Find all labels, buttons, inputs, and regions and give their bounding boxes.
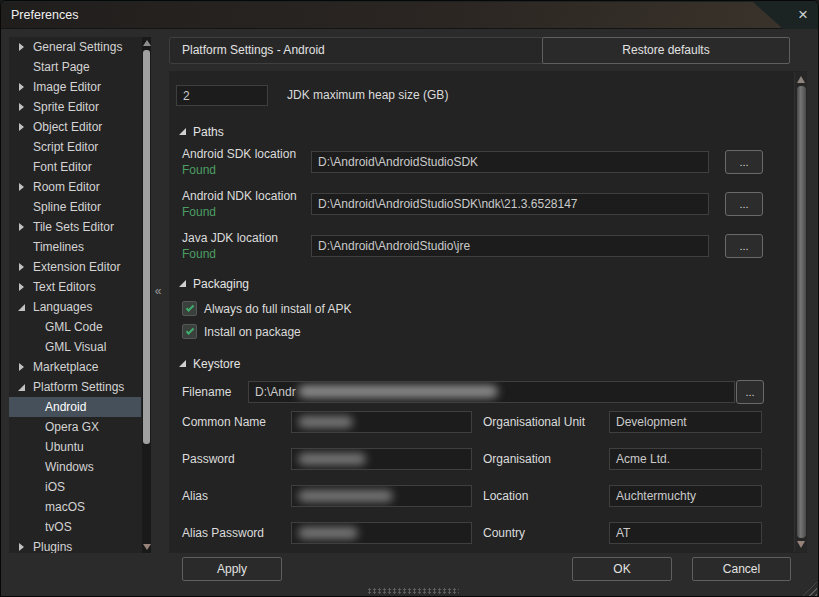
sidebar-item-label: macOS <box>45 500 85 514</box>
tree-arrow-icon <box>17 362 27 372</box>
sidebar-item[interactable]: macOS <box>9 497 141 517</box>
sidebar-item-label: Start Page <box>33 60 90 74</box>
password-label: Password <box>182 448 235 470</box>
filename-input[interactable]: D:\Andr <box>248 381 735 403</box>
country-input[interactable]: AT <box>609 522 762 544</box>
settings-panel: 2 JDK maximum heap size (GB) Paths Andro… <box>169 71 807 553</box>
cancel-button[interactable]: Cancel <box>692 557 791 581</box>
ok-button[interactable]: OK <box>572 557 672 581</box>
sidebar-collapse-chevron[interactable]: « <box>151 283 165 299</box>
panel-scrollbar-thumb[interactable] <box>797 86 806 538</box>
sidebar-item-label: Room Editor <box>33 180 100 194</box>
sidebar-item[interactable]: Opera GX <box>9 417 141 437</box>
sidebar-item-label: Tile Sets Editor <box>33 220 114 234</box>
sidebar-item[interactable]: General Settings <box>9 37 141 57</box>
apply-button[interactable]: Apply <box>182 557 282 581</box>
resize-grip-bottom[interactable] <box>367 588 459 594</box>
checkbox-checked-icon <box>182 301 197 316</box>
preferences-sidebar: General Settings Start Page Image Editor… <box>9 37 151 553</box>
sidebar-item[interactable]: Ubuntu <box>9 437 141 457</box>
jdk-heap-size-input[interactable]: 2 <box>176 85 268 106</box>
tree-arrow-icon <box>29 522 39 532</box>
sidebar-item[interactable]: iOS <box>9 477 141 497</box>
alias-password-input[interactable] <box>291 522 472 544</box>
ndk-location-input[interactable]: D:\Android\AndroidStudioSDK\ndk\21.3.652… <box>311 193 709 215</box>
sidebar-scrollbar-thumb[interactable] <box>143 50 150 444</box>
sidebar-item[interactable]: tvOS <box>9 517 141 537</box>
sidebar-item-label: Text Editors <box>33 280 96 294</box>
sidebar-item[interactable]: Script Editor <box>9 137 141 157</box>
redacted-text <box>298 385 498 398</box>
scroll-down-icon[interactable] <box>143 544 151 550</box>
scroll-up-icon[interactable] <box>797 76 805 83</box>
sidebar-item[interactable]: Object Editor <box>9 117 141 137</box>
sidebar-item[interactable]: Extension Editor <box>9 257 141 277</box>
panel-scrollbar[interactable] <box>794 72 807 552</box>
sidebar-item[interactable]: Marketplace <box>9 357 141 377</box>
scroll-down-icon[interactable] <box>797 541 805 548</box>
alias-input[interactable] <box>291 485 472 507</box>
checkbox-full-install[interactable]: Always do full install of APK <box>182 301 351 316</box>
sdk-browse-button[interactable]: ... <box>725 150 763 174</box>
sdk-location-input[interactable]: D:\Android\AndroidStudioSDK <box>311 151 709 173</box>
page-title: Platform Settings - Android <box>182 38 325 63</box>
restore-defaults-button[interactable]: Restore defaults <box>542 37 790 64</box>
resize-grip-corner[interactable] <box>803 582 817 596</box>
org-unit-input[interactable]: Development <box>609 411 762 433</box>
filename-label: Filename <box>182 381 231 403</box>
sidebar-item[interactable]: GML Visual <box>9 337 141 357</box>
jdk-browse-button[interactable]: ... <box>725 234 763 258</box>
location-input[interactable]: Auchtermuchty <box>609 485 762 507</box>
sidebar-item[interactable]: Font Editor <box>9 157 141 177</box>
sidebar-item[interactable]: Start Page <box>9 57 141 77</box>
section-packaging[interactable]: Packaging <box>179 277 249 291</box>
sidebar-scrollbar[interactable] <box>142 37 151 553</box>
scroll-up-icon[interactable] <box>143 40 151 46</box>
tree-arrow-icon <box>17 202 27 212</box>
sidebar-item[interactable]: Text Editors <box>9 277 141 297</box>
jdk-location-input[interactable]: D:\Android\AndroidStudio\jre <box>311 235 709 257</box>
jdk-status: Found <box>182 247 216 261</box>
sidebar-item[interactable]: Platform Settings <box>9 377 141 397</box>
sidebar-item[interactable]: Windows <box>9 457 141 477</box>
organisation-input[interactable]: Acme Ltd. <box>609 448 762 470</box>
sidebar-item[interactable]: Room Editor <box>9 177 141 197</box>
filename-browse-button[interactable]: ... <box>736 380 764 404</box>
password-input[interactable] <box>291 448 472 470</box>
checkbox-install-on-package[interactable]: Install on package <box>182 324 301 339</box>
tree-arrow-icon <box>17 262 27 272</box>
window-title: Preferences <box>11 1 78 29</box>
preferences-dialog: Preferences × General Settings Start Pag… <box>0 0 819 597</box>
sidebar-item[interactable]: Spline Editor <box>9 197 141 217</box>
sidebar-item[interactable]: Plugins <box>9 537 141 553</box>
tree-arrow-icon <box>17 82 27 92</box>
sidebar-item[interactable]: Timelines <box>9 237 141 257</box>
tree-arrow-icon <box>29 502 39 512</box>
sidebar-item-label: Windows <box>45 460 94 474</box>
common-name-input[interactable] <box>291 411 472 433</box>
sidebar-item-label: Image Editor <box>33 80 101 94</box>
section-keystore[interactable]: Keystore <box>179 357 240 371</box>
section-expanded-icon <box>179 360 186 367</box>
sidebar-item-label: Timelines <box>33 240 84 254</box>
sidebar-item[interactable]: Languages <box>9 297 141 317</box>
tree-arrow-icon <box>17 122 27 132</box>
sidebar-item-label: Plugins <box>33 540 72 553</box>
sidebar-item[interactable]: Android <box>9 397 141 417</box>
section-title: Packaging <box>193 277 249 291</box>
section-paths[interactable]: Paths <box>179 125 224 139</box>
tree-arrow-icon <box>29 402 39 412</box>
tree-arrow-icon <box>29 462 39 472</box>
sidebar-item[interactable]: GML Code <box>9 317 141 337</box>
tree-arrow-icon <box>17 302 27 312</box>
close-icon[interactable]: × <box>792 5 814 25</box>
sidebar-item[interactable]: Tile Sets Editor <box>9 217 141 237</box>
tree-arrow-icon <box>17 542 27 552</box>
tree-arrow-icon <box>29 442 39 452</box>
ndk-browse-button[interactable]: ... <box>725 192 763 216</box>
sidebar-item-label: Opera GX <box>45 420 99 434</box>
section-title: Keystore <box>193 357 240 371</box>
org-unit-label: Organisational Unit <box>483 411 585 433</box>
sidebar-item[interactable]: Image Editor <box>9 77 141 97</box>
sidebar-item[interactable]: Sprite Editor <box>9 97 141 117</box>
